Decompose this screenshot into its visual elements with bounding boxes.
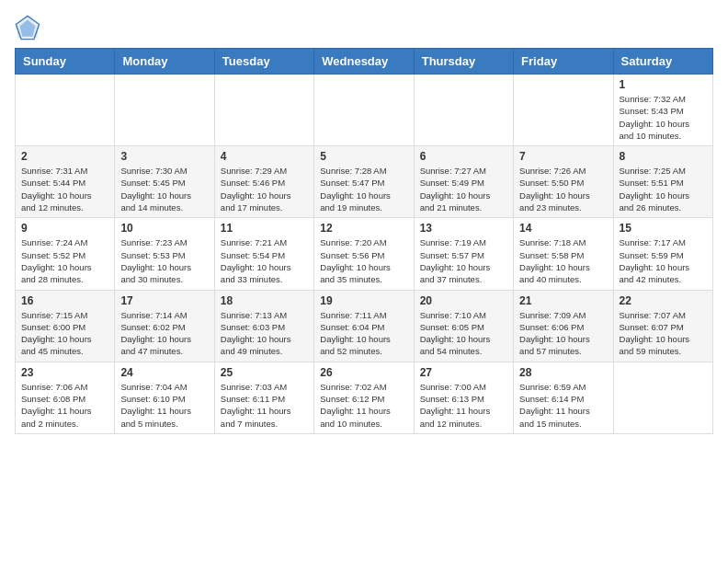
- weekday-header-sunday: Sunday: [16, 49, 115, 75]
- calendar-cell: [414, 75, 513, 146]
- day-number: 6: [420, 150, 507, 163]
- day-number: 15: [620, 222, 707, 235]
- weekday-header-friday: Friday: [514, 49, 613, 75]
- day-info: Sunrise: 7:30 AM Sunset: 5:45 PM Dayligh…: [120, 165, 208, 213]
- day-number: 3: [120, 150, 208, 163]
- day-number: 24: [120, 366, 208, 379]
- weekday-header-wednesday: Wednesday: [314, 49, 414, 75]
- calendar-cell: 14Sunrise: 7:18 AM Sunset: 5:58 PM Dayli…: [514, 218, 613, 290]
- day-info: Sunrise: 7:06 AM Sunset: 6:08 PM Dayligh…: [21, 381, 108, 430]
- day-number: 22: [620, 294, 707, 307]
- day-info: Sunrise: 7:15 AM Sunset: 6:00 PM Dayligh…: [21, 309, 108, 358]
- weekday-header-monday: Monday: [115, 49, 214, 75]
- calendar-cell: 1Sunrise: 7:32 AM Sunset: 5:43 PM Daylig…: [613, 75, 712, 146]
- calendar-cell: 13Sunrise: 7:19 AM Sunset: 5:57 PM Dayli…: [414, 218, 513, 290]
- day-info: Sunrise: 7:29 AM Sunset: 5:46 PM Dayligh…: [221, 165, 308, 213]
- calendar-cell: 16Sunrise: 7:15 AM Sunset: 6:00 PM Dayli…: [16, 290, 115, 362]
- day-info: Sunrise: 7:27 AM Sunset: 5:49 PM Dayligh…: [420, 165, 507, 213]
- day-number: 13: [420, 222, 507, 235]
- calendar-cell: 8Sunrise: 7:25 AM Sunset: 5:51 PM Daylig…: [613, 146, 712, 218]
- day-info: Sunrise: 7:32 AM Sunset: 5:43 PM Dayligh…: [620, 93, 707, 142]
- day-number: 9: [21, 222, 108, 235]
- day-info: Sunrise: 7:23 AM Sunset: 5:53 PM Dayligh…: [120, 236, 208, 285]
- day-info: Sunrise: 7:31 AM Sunset: 5:44 PM Dayligh…: [21, 165, 108, 213]
- day-number: 20: [420, 294, 507, 307]
- page-header: [15, 15, 713, 40]
- day-info: Sunrise: 7:14 AM Sunset: 6:02 PM Dayligh…: [120, 309, 208, 358]
- day-info: Sunrise: 7:11 AM Sunset: 6:04 PM Dayligh…: [320, 309, 407, 358]
- day-number: 19: [320, 294, 407, 307]
- day-info: Sunrise: 7:02 AM Sunset: 6:12 PM Dayligh…: [320, 381, 407, 430]
- calendar-cell: 3Sunrise: 7:30 AM Sunset: 5:45 PM Daylig…: [115, 146, 214, 218]
- day-number: 10: [120, 222, 208, 235]
- weekday-header-saturday: Saturday: [613, 49, 712, 75]
- calendar-cell: 26Sunrise: 7:02 AM Sunset: 6:12 PM Dayli…: [314, 362, 414, 433]
- day-info: Sunrise: 7:00 AM Sunset: 6:13 PM Dayligh…: [420, 381, 507, 430]
- calendar-cell: [214, 75, 313, 146]
- day-info: Sunrise: 7:09 AM Sunset: 6:06 PM Dayligh…: [519, 309, 607, 358]
- calendar-week-4: 16Sunrise: 7:15 AM Sunset: 6:00 PM Dayli…: [16, 290, 713, 362]
- calendar-cell: 21Sunrise: 7:09 AM Sunset: 6:06 PM Dayli…: [514, 290, 613, 362]
- day-number: 25: [221, 366, 308, 379]
- calendar-cell: 7Sunrise: 7:26 AM Sunset: 5:50 PM Daylig…: [514, 146, 613, 218]
- day-info: Sunrise: 7:24 AM Sunset: 5:52 PM Dayligh…: [21, 236, 108, 285]
- weekday-header-tuesday: Tuesday: [214, 49, 313, 75]
- calendar-cell: [115, 75, 214, 146]
- day-number: 4: [221, 150, 308, 163]
- logo-icon: [15, 15, 40, 40]
- day-number: 27: [420, 366, 507, 379]
- calendar-cell: 23Sunrise: 7:06 AM Sunset: 6:08 PM Dayli…: [16, 362, 115, 433]
- logo: [15, 15, 44, 40]
- calendar-week-2: 2Sunrise: 7:31 AM Sunset: 5:44 PM Daylig…: [16, 146, 713, 218]
- calendar-cell: 28Sunrise: 6:59 AM Sunset: 6:14 PM Dayli…: [514, 362, 613, 433]
- day-info: Sunrise: 7:25 AM Sunset: 5:51 PM Dayligh…: [620, 165, 707, 213]
- day-info: Sunrise: 7:10 AM Sunset: 6:05 PM Dayligh…: [420, 309, 507, 358]
- day-number: 26: [320, 366, 407, 379]
- day-info: Sunrise: 7:18 AM Sunset: 5:58 PM Dayligh…: [519, 236, 607, 285]
- day-info: Sunrise: 7:13 AM Sunset: 6:03 PM Dayligh…: [221, 309, 308, 358]
- calendar-cell: 2Sunrise: 7:31 AM Sunset: 5:44 PM Daylig…: [16, 146, 115, 218]
- calendar-cell: 19Sunrise: 7:11 AM Sunset: 6:04 PM Dayli…: [314, 290, 414, 362]
- day-number: 5: [320, 150, 407, 163]
- day-number: 2: [21, 150, 108, 163]
- day-info: Sunrise: 7:19 AM Sunset: 5:57 PM Dayligh…: [420, 236, 507, 285]
- day-number: 23: [21, 366, 108, 379]
- calendar-cell: 17Sunrise: 7:14 AM Sunset: 6:02 PM Dayli…: [115, 290, 214, 362]
- day-number: 12: [320, 222, 407, 235]
- day-info: Sunrise: 7:03 AM Sunset: 6:11 PM Dayligh…: [221, 381, 308, 430]
- calendar-cell: 11Sunrise: 7:21 AM Sunset: 5:54 PM Dayli…: [214, 218, 313, 290]
- day-number: 1: [620, 78, 707, 91]
- calendar-cell: 18Sunrise: 7:13 AM Sunset: 6:03 PM Dayli…: [214, 290, 313, 362]
- day-info: Sunrise: 7:04 AM Sunset: 6:10 PM Dayligh…: [120, 381, 208, 430]
- calendar-cell: 22Sunrise: 7:07 AM Sunset: 6:07 PM Dayli…: [613, 290, 712, 362]
- calendar-cell: [514, 75, 613, 146]
- day-number: 18: [221, 294, 308, 307]
- day-number: 7: [519, 150, 607, 163]
- day-number: 28: [519, 366, 607, 379]
- calendar-cell: 20Sunrise: 7:10 AM Sunset: 6:05 PM Dayli…: [414, 290, 513, 362]
- calendar-cell: 25Sunrise: 7:03 AM Sunset: 6:11 PM Dayli…: [214, 362, 313, 433]
- calendar-cell: 6Sunrise: 7:27 AM Sunset: 5:49 PM Daylig…: [414, 146, 513, 218]
- calendar-cell: 4Sunrise: 7:29 AM Sunset: 5:46 PM Daylig…: [214, 146, 313, 218]
- calendar-cell: 12Sunrise: 7:20 AM Sunset: 5:56 PM Dayli…: [314, 218, 414, 290]
- calendar-cell: 5Sunrise: 7:28 AM Sunset: 5:47 PM Daylig…: [314, 146, 414, 218]
- day-number: 17: [120, 294, 208, 307]
- day-number: 16: [21, 294, 108, 307]
- day-number: 8: [620, 150, 707, 163]
- calendar-cell: [613, 362, 712, 433]
- day-number: 14: [519, 222, 607, 235]
- day-info: Sunrise: 7:07 AM Sunset: 6:07 PM Dayligh…: [620, 309, 707, 358]
- calendar-cell: [314, 75, 414, 146]
- calendar-week-1: 1Sunrise: 7:32 AM Sunset: 5:43 PM Daylig…: [16, 75, 713, 146]
- day-number: 21: [519, 294, 607, 307]
- day-info: Sunrise: 7:20 AM Sunset: 5:56 PM Dayligh…: [320, 236, 407, 285]
- day-info: Sunrise: 6:59 AM Sunset: 6:14 PM Dayligh…: [519, 381, 607, 430]
- calendar-cell: 10Sunrise: 7:23 AM Sunset: 5:53 PM Dayli…: [115, 218, 214, 290]
- weekday-header-row: SundayMondayTuesdayWednesdayThursdayFrid…: [16, 49, 713, 75]
- day-info: Sunrise: 7:28 AM Sunset: 5:47 PM Dayligh…: [320, 165, 407, 213]
- calendar-cell: [16, 75, 115, 146]
- calendar-cell: 15Sunrise: 7:17 AM Sunset: 5:59 PM Dayli…: [613, 218, 712, 290]
- day-info: Sunrise: 7:17 AM Sunset: 5:59 PM Dayligh…: [620, 236, 707, 285]
- calendar-cell: 27Sunrise: 7:00 AM Sunset: 6:13 PM Dayli…: [414, 362, 513, 433]
- calendar-cell: 24Sunrise: 7:04 AM Sunset: 6:10 PM Dayli…: [115, 362, 214, 433]
